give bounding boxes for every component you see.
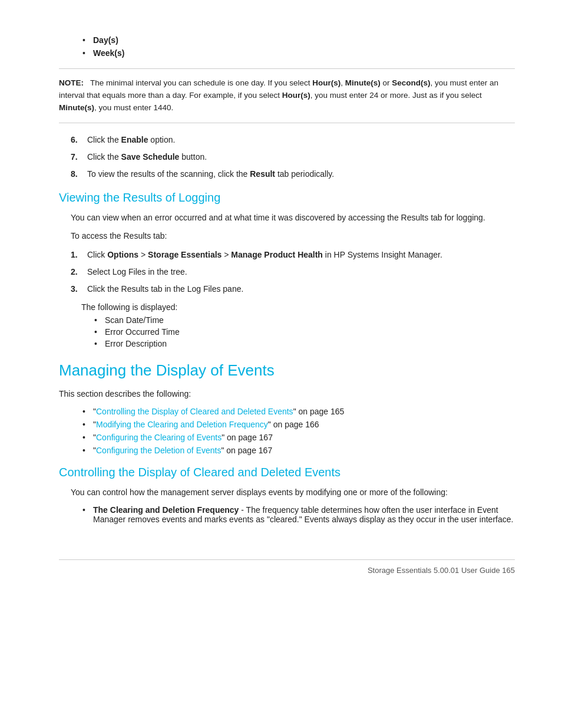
link-modifying[interactable]: Modifying the Clearing and Deletion Freq…	[96, 420, 268, 429]
step-8: 8. To view the results of the scanning, …	[71, 168, 515, 180]
viewing-intro: You can view when an error occurred and …	[71, 212, 515, 225]
step-7: 7. Click the Save Schedule button.	[71, 151, 515, 163]
footer-text: Storage Essentials 5.00.01 User Guide 16…	[368, 566, 515, 575]
viewing-step-1: 1. Click Options > Storage Essentials > …	[71, 249, 515, 261]
page-footer: Storage Essentials 5.00.01 User Guide 16…	[59, 559, 515, 575]
managing-link-2: "Modifying the Clearing and Deletion Fre…	[82, 420, 515, 429]
following-item-1: Scan Date/Time	[94, 315, 515, 325]
bullet-weeks: Week(s)	[82, 48, 515, 58]
note-box: NOTE: The minimal interval you can sched…	[59, 68, 515, 123]
following-item-3: Error Description	[94, 339, 515, 348]
steps-top-list: 6. Click the Enable option. 7. Click the…	[71, 134, 515, 180]
controlling-section-title: Controlling the Display of Cleared and D…	[59, 466, 515, 479]
viewing-steps-list: 1. Click Options > Storage Essentials > …	[71, 249, 515, 295]
bullet-days: Day(s)	[82, 35, 515, 45]
link-configuring-clearing[interactable]: Configuring the Clearing of Events	[96, 433, 222, 442]
viewing-sub-intro: To access the Results tab:	[71, 230, 515, 243]
controlling-intro: You can control how the management serve…	[71, 486, 515, 499]
managing-link-3: "Configuring the Clearing of Events" on …	[82, 433, 515, 442]
viewing-step-3: 3. Click the Results tab in the Log File…	[71, 283, 515, 295]
top-bullet-list: Day(s) Week(s)	[82, 35, 515, 58]
managing-section-title: Managing the Display of Events	[59, 361, 515, 380]
note-label: NOTE:	[59, 78, 84, 87]
link-controlling[interactable]: Controlling the Display of Cleared and D…	[96, 407, 293, 416]
following-item-2: Error Occurred Time	[94, 327, 515, 337]
controlling-bullet-item: The Clearing and Deletion Frequency - Th…	[82, 505, 515, 524]
managing-links-list: "Controlling the Display of Cleared and …	[82, 407, 515, 455]
managing-intro: This section describes the following:	[59, 388, 515, 401]
link-configuring-deletion[interactable]: Configuring the Deletion of Events	[96, 446, 221, 455]
controlling-bullet-list: The Clearing and Deletion Frequency - Th…	[82, 505, 515, 524]
managing-link-1: "Controlling the Display of Cleared and …	[82, 407, 515, 416]
managing-link-4: "Configuring the Deletion of Events" on …	[82, 446, 515, 455]
viewing-step-2: 2. Select Log Files in the tree.	[71, 266, 515, 278]
following-label: The following is displayed:	[81, 302, 515, 312]
following-items-list: Scan Date/Time Error Occurred Time Error…	[94, 315, 515, 348]
viewing-section-title: Viewing the Results of Logging	[59, 191, 515, 205]
step-6: 6. Click the Enable option.	[71, 134, 515, 146]
